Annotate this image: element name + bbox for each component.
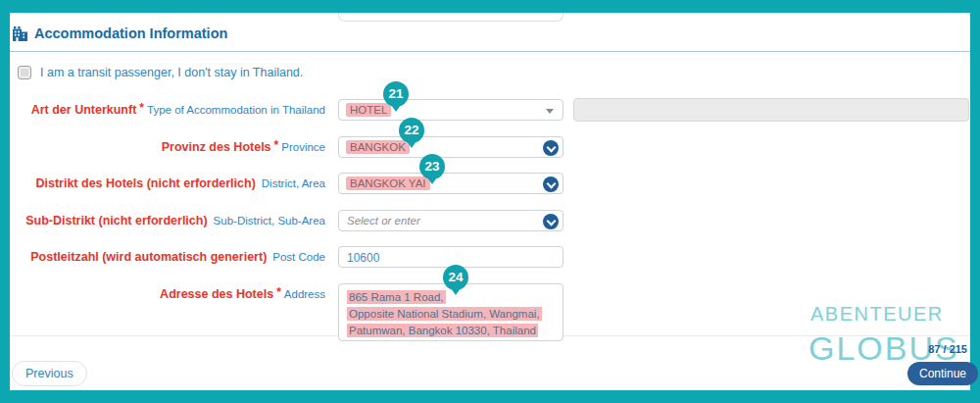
transit-checkbox-label: I am a transit passenger, I don't stay i…: [40, 66, 303, 79]
required-asterisk: *: [274, 138, 279, 152]
page-counter: 87 / 215: [924, 343, 967, 355]
address-line: Opposite National Stadium, Wangmai,: [347, 306, 563, 323]
accommodation-type-label: Art der Unterkunft * Type of Accommodati…: [0, 103, 325, 117]
page-title: Accommodation Information: [34, 25, 227, 41]
sub-district-select[interactable]: Select or enter: [338, 210, 564, 231]
province-select[interactable]: BANGKOK: [338, 136, 564, 158]
annotation-marker-21: 21: [383, 81, 409, 107]
selected-value-highlight: BANGKOK: [346, 140, 410, 154]
selected-value-highlight: HOTEL: [346, 103, 391, 117]
accommodation-form-page: { "colors": { "frame_teal": "#0ca7b0", "…: [0, 0, 980, 403]
transit-checkbox[interactable]: [18, 66, 31, 79]
label-en: Address: [284, 288, 325, 300]
label-en: Sub-District, Sub-Area: [214, 215, 325, 227]
required-asterisk: *: [276, 285, 281, 299]
province-label: Provinz des Hotels * Province: [0, 140, 325, 154]
post-code-label: Postleitzahl (wird automatisch generiert…: [0, 250, 325, 264]
sub-district-label: Sub-Distrikt (nicht erforderlich) Sub-Di…: [0, 214, 325, 227]
select-placeholder: Select or enter: [347, 215, 420, 227]
address-line: Patumwan, Bangkok 10330, Thailand: [347, 323, 563, 339]
required-asterisk: *: [139, 101, 144, 115]
section-header: Accommodation Information: [13, 25, 227, 41]
label-en: District, Area: [262, 177, 325, 189]
chevron-down-icon[interactable]: [543, 176, 559, 192]
caret-down-icon: [546, 109, 554, 114]
annotation-marker-23: 23: [419, 154, 445, 179]
label-en: Type of Accommodation in Thailand: [147, 104, 325, 116]
address-label: Adresse des Hotels * Address: [0, 287, 325, 301]
previous-button[interactable]: Previous: [12, 361, 87, 386]
disabled-input: [573, 98, 969, 122]
continue-button[interactable]: Continue: [907, 362, 978, 385]
watermark-line1: ABENTEUER: [810, 303, 944, 326]
label-de: Art der Unterkunft: [31, 103, 137, 117]
building-icon: [13, 25, 27, 41]
label-en: Province: [281, 141, 325, 153]
input-value: 10600: [347, 251, 379, 265]
label-en: Post Code: [272, 251, 325, 263]
chevron-down-icon[interactable]: [543, 214, 559, 229]
previous-field-partial[interactable]: [338, 13, 564, 22]
label-de: Postleitzahl (wird automatisch generiert…: [30, 250, 267, 264]
annotation-marker-24: 24: [443, 265, 468, 290]
transit-row: I am a transit passenger, I don't stay i…: [18, 66, 303, 79]
label-de: Distrikt des Hotels (nicht erforderlich): [35, 176, 255, 190]
chevron-down-icon[interactable]: [543, 140, 559, 156]
label-de: Provinz des Hotels: [162, 140, 271, 154]
selected-value-highlight: BANGKOK YAI: [346, 176, 430, 190]
accommodation-type-select[interactable]: HOTEL: [338, 99, 564, 121]
annotation-marker-22: 22: [399, 118, 424, 143]
label-de: Sub-Distrikt (nicht erforderlich): [25, 214, 207, 227]
label-de: Adresse des Hotels: [160, 287, 273, 301]
district-label: Distrikt des Hotels (nicht erforderlich)…: [0, 176, 325, 190]
header-divider: [10, 51, 970, 52]
district-select[interactable]: BANGKOK YAI: [338, 173, 564, 194]
